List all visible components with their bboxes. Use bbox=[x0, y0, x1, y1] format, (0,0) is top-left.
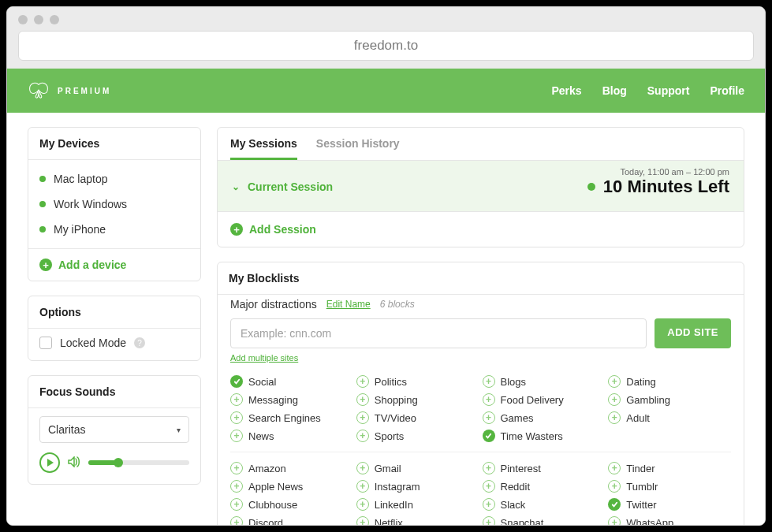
premium-label: PREMIUM bbox=[58, 87, 111, 95]
plus-icon: + bbox=[356, 393, 369, 406]
locked-mode-row[interactable]: Locked Mode ? bbox=[39, 337, 189, 349]
site-item[interactable]: +Clubhouse bbox=[230, 498, 353, 511]
nav-support[interactable]: Support bbox=[647, 84, 690, 97]
device-item[interactable]: Work Windows bbox=[39, 192, 189, 217]
site-item[interactable]: +Tinder bbox=[608, 462, 731, 474]
category-item[interactable]: +Search Engines bbox=[230, 411, 353, 424]
traffic-light-close[interactable] bbox=[18, 15, 28, 24]
plus-icon: + bbox=[608, 393, 621, 406]
category-item[interactable]: +Games bbox=[483, 411, 606, 424]
edit-name-link[interactable]: Edit Name bbox=[326, 299, 371, 310]
blocklists-card: My Blocklists Major distractions Edit Na… bbox=[217, 262, 744, 525]
category-label: Messaging bbox=[248, 394, 298, 406]
site-input[interactable]: Example: cnn.com bbox=[230, 318, 647, 348]
nav-right: Perks Blog Support Profile bbox=[552, 84, 745, 97]
butterfly-icon bbox=[28, 82, 50, 99]
traffic-light-zoom[interactable] bbox=[50, 15, 59, 24]
category-item[interactable]: +Dating bbox=[608, 375, 731, 388]
category-label: Adult bbox=[626, 412, 650, 424]
plus-icon: + bbox=[608, 411, 621, 424]
site-item[interactable]: +Snapchat bbox=[483, 516, 606, 525]
app-viewport: PREMIUM Perks Blog Support Profile My De… bbox=[7, 69, 765, 525]
site-item[interactable]: Twitter bbox=[608, 498, 731, 511]
category-item[interactable]: +Food Delivery bbox=[483, 393, 606, 406]
sound-select[interactable]: Claritas ▾ bbox=[39, 416, 189, 443]
session-time-range: Today, 11:00 am – 12:00 pm bbox=[620, 167, 729, 177]
category-item[interactable]: +Politics bbox=[356, 375, 479, 388]
sound-selected-label: Claritas bbox=[48, 423, 85, 436]
site-label: Snapchat bbox=[501, 517, 544, 526]
site-item[interactable]: +WhatsApp bbox=[608, 516, 731, 525]
category-item[interactable]: +Sports bbox=[356, 430, 479, 442]
add-device-button[interactable]: + Add a device bbox=[28, 248, 200, 281]
site-item[interactable]: +Slack bbox=[483, 498, 606, 511]
category-item[interactable]: +Messaging bbox=[230, 393, 353, 406]
status-dot-icon bbox=[39, 176, 46, 182]
plus-icon: + bbox=[39, 259, 52, 271]
site-item[interactable]: +Netflix bbox=[356, 516, 479, 525]
site-item[interactable]: +Gmail bbox=[356, 462, 479, 474]
nav-perks[interactable]: Perks bbox=[552, 84, 582, 97]
volume-slider[interactable] bbox=[88, 460, 189, 465]
site-label: Netflix bbox=[375, 517, 403, 526]
site-item[interactable]: +LinkedIn bbox=[356, 498, 479, 511]
add-session-button[interactable]: + Add Session bbox=[218, 211, 744, 247]
site-label: LinkedIn bbox=[375, 499, 413, 511]
site-label: Pinterest bbox=[501, 463, 541, 474]
plus-icon: + bbox=[230, 462, 243, 474]
devices-title: My Devices bbox=[28, 128, 200, 160]
current-session-label: Current Session bbox=[248, 180, 333, 193]
session-tabs: My Sessions Session History bbox=[218, 128, 744, 161]
device-item[interactable]: My iPhone bbox=[39, 217, 189, 242]
plus-icon: + bbox=[230, 498, 243, 511]
browser-window: freedom.to PREMIUM Perks Blog Support Pr… bbox=[6, 6, 766, 526]
play-button[interactable] bbox=[39, 452, 60, 473]
nav-blog[interactable]: Blog bbox=[602, 84, 627, 97]
category-item[interactable]: +Gambling bbox=[608, 393, 731, 406]
category-item[interactable]: Social bbox=[230, 375, 353, 388]
tab-session-history[interactable]: Session History bbox=[316, 137, 400, 160]
status-dot-icon bbox=[39, 226, 46, 233]
site-item[interactable]: +Pinterest bbox=[483, 462, 606, 474]
category-label: Shopping bbox=[375, 394, 418, 406]
device-item[interactable]: Mac laptop bbox=[39, 166, 189, 192]
site-item[interactable]: +Reddit bbox=[483, 480, 606, 493]
locked-mode-label: Locked Mode bbox=[60, 337, 126, 349]
category-item[interactable]: +Adult bbox=[608, 411, 731, 424]
site-label: Slack bbox=[501, 499, 526, 511]
category-item[interactable]: +Blogs bbox=[483, 375, 606, 388]
logo[interactable]: PREMIUM bbox=[28, 82, 111, 99]
nav-profile[interactable]: Profile bbox=[710, 84, 744, 97]
add-site-button[interactable]: ADD SITE bbox=[655, 318, 731, 348]
category-item[interactable]: +News bbox=[230, 430, 353, 442]
site-item[interactable]: +Instagram bbox=[356, 480, 479, 493]
site-item[interactable]: +Amazon bbox=[230, 462, 353, 474]
plus-icon: + bbox=[483, 498, 495, 511]
tab-my-sessions[interactable]: My Sessions bbox=[230, 137, 297, 160]
device-label: Mac laptop bbox=[54, 173, 107, 185]
plus-icon: + bbox=[608, 462, 621, 474]
site-item[interactable]: +Tumblr bbox=[608, 480, 731, 493]
blocks-count: 6 blocks bbox=[380, 299, 415, 310]
category-item[interactable]: Time Wasters bbox=[483, 430, 606, 442]
category-label: Blogs bbox=[501, 376, 527, 388]
plus-icon: + bbox=[356, 430, 369, 442]
check-icon bbox=[483, 430, 495, 442]
help-icon[interactable]: ? bbox=[134, 337, 145, 348]
url-bar[interactable]: freedom.to bbox=[18, 31, 754, 61]
site-item[interactable]: +Apple News bbox=[230, 480, 353, 493]
plus-icon: + bbox=[483, 480, 495, 493]
current-session-row[interactable]: ⌄ Current Session Today, 11:00 am – 12:0… bbox=[218, 161, 744, 211]
chevron-down-icon: ⌄ bbox=[232, 181, 240, 192]
traffic-light-minimize[interactable] bbox=[34, 15, 43, 24]
volume-icon[interactable] bbox=[68, 456, 80, 470]
plus-icon: + bbox=[483, 393, 495, 406]
category-item[interactable]: +Shopping bbox=[356, 393, 479, 406]
plus-icon: + bbox=[608, 375, 621, 388]
add-multiple-link[interactable]: Add multiple sites bbox=[218, 348, 744, 363]
volume-slider-thumb[interactable] bbox=[114, 458, 123, 467]
url-bar-row: freedom.to bbox=[7, 31, 765, 69]
category-item[interactable]: +TV/Video bbox=[356, 411, 479, 424]
site-item[interactable]: +Discord bbox=[230, 516, 353, 525]
locked-mode-checkbox[interactable] bbox=[39, 337, 52, 349]
